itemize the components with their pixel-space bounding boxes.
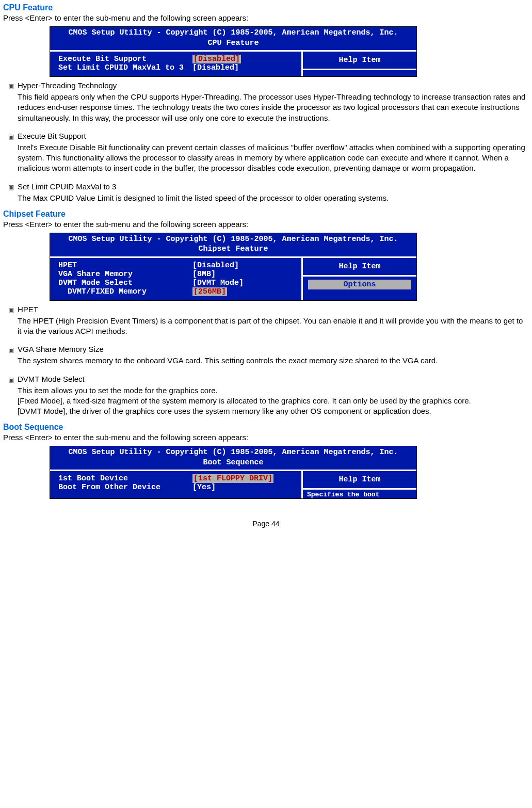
bullet-title: Set Limit CPUID MaxVal to 3 <box>18 182 529 191</box>
bios-row-value: [256MB] <box>192 287 227 296</box>
bios-row-label: Boot From Other Device <box>58 483 192 492</box>
bullet-title: HPET <box>18 305 529 314</box>
bios-row: 1st Boot Device [1st FLOPPY DRIV] <box>58 474 296 483</box>
bullet-item: ▣ Execute Bit Support Intel's Execute Di… <box>8 132 529 179</box>
bullet-icon: ▣ <box>8 375 18 422</box>
bios-header-line1: CMOS Setup Utility - Copyright (C) 1985-… <box>50 28 416 38</box>
bios-header-line2: Chipset Feature <box>50 244 416 254</box>
bullet-icon: ▣ <box>8 132 18 179</box>
bios-body: 1st Boot Device [1st FLOPPY DRIV] Boot F… <box>50 470 416 498</box>
bios-row: HPET [Disabled] <box>58 261 296 270</box>
bios-screenshot-boot: CMOS Setup Utility - Copyright (C) 1985-… <box>50 446 417 499</box>
bios-help-label: Help Item <box>303 258 416 277</box>
bios-row-value: [Disabled] <box>192 55 241 63</box>
bios-body: Execute Bit Support [Disabled] Set Limit… <box>50 50 416 76</box>
bullet-text: Intel's Execute Disable Bit functionalit… <box>18 142 529 174</box>
intro-text: Press <Enter> to enter the sub-menu and … <box>3 13 529 22</box>
bios-row-label: Set Limit CPUID MaxVal to 3 <box>58 63 192 72</box>
intro-text: Press <Enter> to enter the sub-menu and … <box>3 433 529 442</box>
bios-row: VGA Share Memory [8MB] <box>58 270 296 279</box>
bios-body: HPET [Disabled] VGA Share Memory [8MB] D… <box>50 256 416 300</box>
bios-row-value: [8MB] <box>192 270 216 279</box>
bullet-icon: ▣ <box>8 182 18 208</box>
bios-left-pane: Execute Bit Support [Disabled] Set Limit… <box>50 52 303 76</box>
bios-options-label: Options <box>308 280 411 289</box>
bios-row: DVMT Mode Select [DVMT Mode] <box>58 279 296 287</box>
bullet-item: ▣ Hyper-Threading Technology This field … <box>8 81 529 128</box>
bios-row-value: [Disabled] <box>192 63 239 72</box>
bios-row-value: [DVMT Mode] <box>192 279 244 287</box>
bullet-title: VGA Share Memory Size <box>18 345 529 353</box>
bullet-content: DVMT Mode Select This item allows you to… <box>18 375 529 422</box>
page-number: Page 44 <box>3 520 529 528</box>
bios-row-value: [Disabled] <box>192 261 239 270</box>
bios-truncated-text: Specifies the boot <box>303 490 416 498</box>
bullet-title: DVMT Mode Select <box>18 375 529 383</box>
bios-screenshot-chipset: CMOS Setup Utility - Copyright (C) 1985-… <box>50 233 417 301</box>
bullet-icon: ▣ <box>8 305 18 342</box>
bullet-text: This field appears only when the CPU sup… <box>18 92 529 123</box>
bullet-text: The system shares memory to the onboard … <box>18 355 529 366</box>
bios-row: Boot From Other Device [Yes] <box>58 483 296 492</box>
bios-row-label: VGA Share Memory <box>58 270 192 279</box>
bullet-icon: ▣ <box>8 345 18 371</box>
bullet-content: Set Limit CPUID MaxVal to 3 The Max CPUI… <box>18 182 529 208</box>
bios-row-value: [Yes] <box>192 483 216 492</box>
bios-help-label: Help Item <box>303 52 416 70</box>
bios-row: DVMT/FIXED Memory [256MB] <box>58 287 296 296</box>
bullet-title: Hyper-Threading Technology <box>18 81 529 90</box>
bios-row-value: [1st FLOPPY DRIV] <box>192 474 273 483</box>
bullet-content: HPET The HPET (High Precision Event Time… <box>18 305 529 342</box>
bios-right-pane: Help Item Options <box>303 258 416 300</box>
bios-right-pane: Help Item <box>303 52 416 76</box>
bullet-text: The HPET (High Precision Event Timers) i… <box>18 316 529 337</box>
intro-text: Press <Enter> to enter the sub-menu and … <box>3 220 529 229</box>
bios-header-line1: CMOS Setup Utility - Copyright (C) 1985-… <box>50 234 416 245</box>
bios-row: Execute Bit Support [Disabled] <box>58 55 296 63</box>
bios-header: CMOS Setup Utility - Copyright (C) 1985-… <box>50 446 416 470</box>
bullet-icon: ▣ <box>8 81 18 128</box>
bullet-content: Hyper-Threading Technology This field ap… <box>18 81 529 128</box>
bullet-content: VGA Share Memory Size The system shares … <box>18 345 529 371</box>
bios-header-line2: CPU Feature <box>50 38 416 49</box>
bullet-text: This item allows you to set the mode for… <box>18 385 529 417</box>
section-title-boot: Boot Sequence <box>3 423 529 432</box>
bios-row-label: DVMT Mode Select <box>58 279 192 287</box>
bios-right-pane: Help Item Specifies the boot <box>303 471 416 498</box>
bios-header-line1: CMOS Setup Utility - Copyright (C) 1985-… <box>50 447 416 458</box>
bios-left-pane: 1st Boot Device [1st FLOPPY DRIV] Boot F… <box>50 471 303 498</box>
bios-row-label: 1st Boot Device <box>58 474 192 483</box>
bios-header: CMOS Setup Utility - Copyright (C) 1985-… <box>50 233 416 256</box>
bios-row-label: HPET <box>58 261 192 270</box>
section-title-cpu: CPU Feature <box>3 3 529 12</box>
section-title-chipset: Chipset Feature <box>3 209 529 219</box>
bios-header: CMOS Setup Utility - Copyright (C) 1985-… <box>50 27 416 50</box>
bios-row-label: DVMT/FIXED Memory <box>58 287 192 296</box>
bios-row: Set Limit CPUID MaxVal to 3 [Disabled] <box>58 63 296 72</box>
bios-row-label: Execute Bit Support <box>58 55 192 63</box>
bios-left-pane: HPET [Disabled] VGA Share Memory [8MB] D… <box>50 258 303 300</box>
bullet-item: ▣ DVMT Mode Select This item allows you … <box>8 375 529 422</box>
bullet-item: ▣ HPET The HPET (High Precision Event Ti… <box>8 305 529 342</box>
bullet-content: Execute Bit Support Intel's Execute Disa… <box>18 132 529 179</box>
bullet-title: Execute Bit Support <box>18 132 529 140</box>
bullet-item: ▣ VGA Share Memory Size The system share… <box>8 345 529 371</box>
bios-screenshot-cpu: CMOS Setup Utility - Copyright (C) 1985-… <box>50 26 417 77</box>
bios-header-line2: Boot Sequence <box>50 458 416 468</box>
bullet-text: The Max CPUID Value Limit is designed to… <box>18 193 529 203</box>
bios-help-label: Help Item <box>303 471 416 490</box>
bullet-item: ▣ Set Limit CPUID MaxVal to 3 The Max CP… <box>8 182 529 208</box>
bios-truncated-text <box>303 70 416 71</box>
